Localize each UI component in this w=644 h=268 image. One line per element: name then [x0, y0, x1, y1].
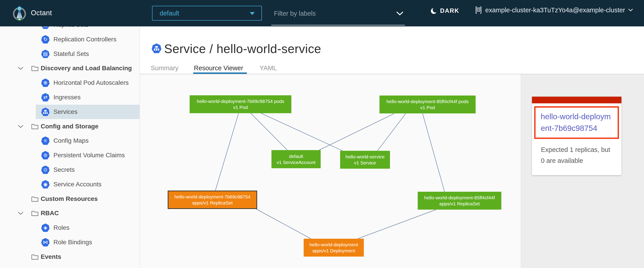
- graph-node-deployment-hello-world[interactable]: hello-world-deploymentapps/v1 Deployment: [304, 239, 364, 256]
- services-icon: [41, 108, 50, 116]
- role-bindings-icon: ⋈: [41, 238, 50, 246]
- dark-theme-toggle[interactable]: DARK: [430, 7, 459, 15]
- status-message: Expected 1 replicas, but 0 are available: [541, 144, 615, 166]
- node-kind: v1 Pod: [420, 104, 435, 110]
- secrets-icon: ⊙: [41, 166, 50, 174]
- sidebar-item-secrets[interactable]: ⊙Secrets: [36, 163, 140, 177]
- sidebar-item-label: Roles: [54, 224, 70, 231]
- sidebar-item-label: Secrets: [54, 166, 75, 173]
- roles-icon: ◈: [41, 224, 50, 232]
- sidebar-item-label: Replication Controllers: [54, 36, 116, 43]
- tab-summary[interactable]: Summary: [151, 64, 178, 72]
- sidebar-item-ingresses[interactable]: ⇄Ingresses: [36, 90, 140, 104]
- node-kind: apps/v1 ReplicaSet: [192, 200, 233, 206]
- app-header: Octant default Filter by labels DARK exa…: [0, 0, 644, 26]
- tab-resource-viewer[interactable]: Resource Viewer: [194, 64, 243, 72]
- sidebar-item-custom-resources[interactable]: Custom Resources: [0, 192, 140, 206]
- node-name: default: [289, 153, 303, 159]
- sidebar-group-label: Config and Storage: [41, 123, 98, 130]
- filter-underline: [271, 25, 405, 26]
- node-kind: apps/v1 Deployment: [312, 248, 355, 254]
- namespace-select[interactable]: default: [152, 6, 262, 20]
- sidebar-item-stateful-sets[interactable]: ▤Stateful Sets: [36, 47, 140, 61]
- octant-logo-icon: [12, 6, 27, 20]
- sidebar-item-roles[interactable]: ◈Roles: [36, 220, 140, 235]
- service-resource-icon: [152, 44, 162, 53]
- node-name: hello-world-deployment-7b69c98754: [174, 194, 250, 200]
- sidebar-item-label: Replica Sets: [54, 26, 88, 28]
- sidebar-item-config-maps[interactable]: ≡Config Maps: [36, 134, 140, 148]
- sidebar-item-replication-controllers[interactable]: ↻Replication Controllers: [36, 32, 140, 46]
- node-kind: v1 ServiceAccount: [276, 159, 316, 165]
- sidebar-item-events[interactable]: Events: [0, 250, 140, 264]
- page-title: Service / hello-world-service: [164, 42, 321, 56]
- sidebar-item-label: Horizontal Pod Autoscalers: [54, 79, 128, 86]
- sidebar-item-discovery-and-load-balancing[interactable]: Discovery and Load Balancing: [0, 61, 140, 76]
- cluster-icon: [475, 6, 482, 14]
- namespace-value: default: [160, 10, 179, 17]
- context-chevron-down-icon: [628, 8, 633, 12]
- sidebar-item-role-bindings[interactable]: ⋈Role Bindings: [36, 235, 140, 250]
- sidebar-item-label: Stateful Sets: [54, 50, 89, 58]
- brand-title: Octant: [31, 9, 52, 17]
- dark-label: DARK: [440, 8, 459, 14]
- sidebar-group-label: RBAC: [41, 210, 59, 217]
- sidebar-item-replica-sets[interactable]: ▣Replica Sets: [36, 26, 140, 32]
- config-maps-icon: ≡: [41, 136, 50, 145]
- node-detail-panel: hello-world-deployment-7b69c98754 Expect…: [521, 74, 644, 268]
- node-name: hello-world-deployment: [310, 242, 358, 248]
- sidebar-item-label: Services: [54, 108, 77, 116]
- moon-icon: [430, 7, 438, 15]
- replicaset-link[interactable]: hello-world-deployment-7b69c98754: [541, 112, 611, 132]
- stateful-sets-icon: ▤: [41, 50, 50, 58]
- node-name: hello-world-service: [346, 154, 384, 160]
- graph-node-serviceaccount-default[interactable]: defaultv1 ServiceAccount: [272, 150, 321, 168]
- cluster-context-menu[interactable]: example-cluster-ka3TuTzYo4a@example-clus…: [475, 6, 633, 14]
- ingresses-icon: ⇄: [41, 93, 50, 102]
- status-alert-box: hello-world-deployment-7b69c98754: [534, 106, 619, 139]
- sidebar-item-label: Ingresses: [54, 94, 80, 101]
- graph-node-replicaset-7b69c98754[interactable]: hello-world-deployment-7b69c98754apps/v1…: [168, 190, 257, 209]
- sidebar-item-horizontal-pod-autoscalers[interactable]: ⊕Horizontal Pod Autoscalers: [36, 76, 140, 90]
- sidebar-nav: ▣Replica Sets↻Replication Controllers▤St…: [0, 26, 140, 268]
- resource-viewer-graph: hello-world-deployment-7b69c98754 podsv1…: [140, 74, 521, 268]
- node-kind: v1 Service: [354, 160, 376, 166]
- sidebar-item-persistent-volume-claims[interactable]: ⊜Persistent Volume Claims: [36, 148, 140, 162]
- graph-node-service-hello-world-service[interactable]: hello-world-servicev1 Service: [340, 151, 390, 169]
- sidebar-item-label: Service Accounts: [54, 181, 102, 188]
- filter-chevron-down-icon[interactable]: [396, 11, 404, 16]
- filter-by-labels-input[interactable]: Filter by labels: [271, 4, 405, 25]
- graph-node-pod-7b69c98754[interactable]: hello-world-deployment-7b69c98754 podsv1…: [190, 95, 291, 113]
- sidebar-item-service-accounts[interactable]: ◉Service Accounts: [36, 177, 140, 192]
- filter-placeholder: Filter by labels: [274, 10, 316, 17]
- node-name: hello-world-deployment-7b69c98754 pods: [197, 98, 284, 104]
- node-kind: apps/v1 ReplicaSet: [440, 201, 480, 207]
- sidebar-item-label: Config Maps: [54, 137, 88, 144]
- sidebar-group-label: Discovery and Load Balancing: [41, 65, 132, 72]
- namespace-caret-icon: [250, 12, 255, 15]
- service-accounts-icon: ◉: [41, 180, 50, 188]
- tab-yaml[interactable]: YAML: [260, 64, 277, 72]
- replication-controllers-icon: ↻: [41, 35, 50, 44]
- sidebar-item-label: Role Bindings: [54, 239, 92, 246]
- sidebar-group-label: Custom Resources: [41, 195, 98, 202]
- horizontal-pod-autoscalers-icon: ⊕: [41, 78, 50, 87]
- node-kind: v1 Pod: [233, 104, 248, 110]
- replicaset-status-card: hello-world-deployment-7b69c98754 Expect…: [532, 97, 622, 175]
- graph-node-replicaset-85ff4cf44f[interactable]: hello-world-deployment-85ff4cf44fapps/v1…: [418, 192, 501, 210]
- persistent-volume-claims-icon: ⊜: [41, 151, 50, 160]
- sidebar-item-label: Persistent Volume Claims: [54, 152, 125, 159]
- cluster-context-label: example-cluster-ka3TuTzYo4a@example-clus…: [485, 6, 625, 14]
- replica-sets-icon: ▣: [41, 26, 50, 29]
- node-name: hello-world-deployment-85ff4cf44f: [424, 194, 495, 201]
- node-name: hello-world-deployment-85ff4cf44f pods: [386, 98, 468, 104]
- graph-node-pod-85ff4cf44f[interactable]: hello-world-deployment-85ff4cf44f podsv1…: [380, 96, 476, 114]
- status-card-danger-bar: [532, 97, 622, 103]
- sidebar-group-label: Events: [41, 253, 61, 260]
- sidebar-item-services[interactable]: Services: [36, 105, 140, 119]
- sidebar-item-config-and-storage[interactable]: Config and Storage: [0, 119, 140, 134]
- sidebar-item-rbac[interactable]: RBAC: [0, 206, 140, 220]
